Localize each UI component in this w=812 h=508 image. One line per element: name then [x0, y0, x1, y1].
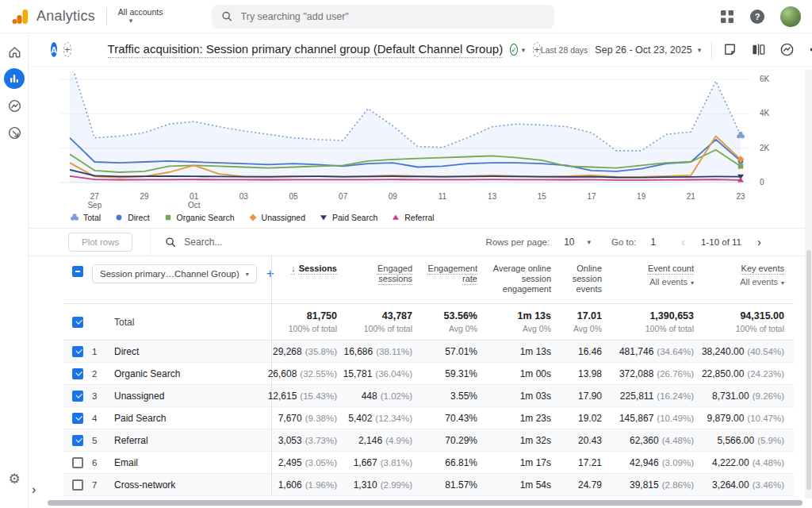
search-input[interactable]	[241, 11, 546, 22]
goto-page-input[interactable]: 1	[650, 237, 656, 248]
apps-grid-icon[interactable]	[720, 10, 734, 24]
dimension-dropdown[interactable]: Session primary…Channel Group) ▾	[92, 264, 257, 283]
next-page-icon[interactable]: ›	[754, 237, 764, 248]
table-search[interactable]: Search...	[165, 237, 485, 248]
channel-name: Direct	[114, 346, 271, 357]
cell-avg-online-session-engagement: 1m 13s	[487, 341, 561, 362]
insights-icon[interactable]	[779, 42, 795, 57]
cell-value: 2,146	[358, 435, 382, 446]
cell-key-events: 5,566.00(5.9%)	[703, 429, 794, 451]
row-checkbox[interactable]	[72, 479, 83, 491]
cell-value: 1m 03s	[520, 391, 551, 402]
total-value: 81,750	[307, 310, 337, 321]
settings-gear-icon[interactable]: ⚙	[0, 471, 29, 487]
cell-value: 13.98	[578, 368, 602, 379]
cell-key-events: 22,850.00(24.23%)	[703, 363, 794, 384]
cell-value: 12,615	[268, 391, 297, 402]
reports-active-pill	[4, 68, 25, 89]
global-search[interactable]	[212, 5, 554, 29]
divider	[106, 8, 107, 25]
total-row-checkbox[interactable]	[72, 317, 83, 328]
cell-engagement-rate: 70.43%	[422, 407, 487, 429]
column-header-engagement-rate[interactable]: Engagement rate	[422, 256, 487, 303]
legend-circle-marker-icon	[114, 213, 124, 222]
date-range-selector[interactable]: Sep 26 - Oct 23, 2025 ▾	[595, 44, 701, 56]
row-checkbox[interactable]	[72, 391, 83, 402]
compare-icon[interactable]	[751, 42, 766, 57]
column-filter-dropdown[interactable]: All events▾	[740, 277, 784, 288]
cell-percent: (12.34%)	[375, 414, 412, 423]
vertical-scrollbar-thumb[interactable]	[806, 250, 811, 490]
horizontal-scrollbar-thumb[interactable]	[48, 500, 802, 506]
prev-page-icon[interactable]: ‹	[678, 237, 688, 248]
row-checkbox[interactable]	[72, 413, 83, 424]
column-header-avg-online-session-engagement[interactable]: Average online session engagement	[487, 256, 561, 303]
account-switcher[interactable]: All accounts ▾	[118, 8, 163, 25]
row-checkbox[interactable]	[72, 346, 83, 357]
help-icon[interactable]: ?	[750, 10, 764, 24]
column-header-online-session-events[interactable]: Online session events	[561, 256, 611, 303]
chevron-down-icon: ▾	[698, 46, 702, 54]
select-all-checkbox[interactable]	[72, 266, 83, 277]
plot-rows-button[interactable]: Plot rows	[68, 233, 132, 252]
date-range-value: Sep 26 - Oct 23, 2025	[595, 44, 691, 56]
row-checkbox[interactable]	[72, 457, 83, 468]
add-comparison-button[interactable]: +	[63, 42, 71, 57]
chevron-down-icon[interactable]: ▾	[588, 238, 592, 246]
sort-desc-icon: ↓	[291, 264, 296, 273]
column-header-event-count[interactable]: Event countAll events▾	[611, 256, 703, 303]
column-filter-dropdown[interactable]: All events▾	[649, 277, 694, 288]
column-header-engaged-sessions[interactable]: Engaged sessions	[347, 256, 422, 303]
cell-value: 38,240.00	[702, 346, 744, 357]
sidebar-item-home[interactable]	[0, 38, 29, 65]
nav-rail: ⚙	[0, 33, 29, 508]
cell-value: 145,867	[619, 413, 653, 424]
x-axis: 27Sep2901Oct0305070911131517192123	[60, 190, 750, 210]
cell-percent: (5.9%)	[757, 436, 784, 445]
row-checkbox-cell	[63, 452, 92, 473]
cell-percent: (24.23%)	[747, 369, 784, 379]
rows-per-page-value[interactable]: 10	[564, 237, 574, 248]
cell-value: 16.46	[578, 346, 602, 357]
cell-value: 16,686	[343, 346, 373, 357]
x-axis-label: 15	[528, 192, 555, 201]
row-index: 6	[92, 458, 114, 468]
main-content: 6K4K2K0 27Sep2901Oct03050709111315171921…	[29, 67, 812, 508]
x-axis-label: 19	[628, 192, 655, 201]
channel-name: Email	[114, 457, 271, 468]
variant-a-badge[interactable]: A	[51, 42, 57, 57]
column-header-sessions[interactable]: ↓Sessions	[271, 256, 347, 303]
column-header-key-events[interactable]: Key eventsAll events▾	[703, 256, 794, 303]
cell-percent: (9.38%)	[305, 414, 337, 423]
cell-value: 81.57%	[445, 479, 477, 491]
cell-percent: (2.86%)	[662, 480, 694, 490]
cell-value: 5,402	[348, 413, 372, 424]
cell-value: 4,222.00	[712, 457, 749, 468]
title-caret-icon[interactable]: ▾	[522, 46, 526, 54]
report-title[interactable]: Traffic acquisition: Session primary cha…	[108, 42, 504, 58]
user-avatar[interactable]	[780, 6, 801, 27]
row-checkbox[interactable]	[72, 368, 83, 379]
expand-nav-chevron[interactable]: ›	[32, 483, 36, 497]
cell-value: 29,268	[273, 346, 302, 357]
note-icon[interactable]	[722, 42, 737, 57]
row-checkbox[interactable]	[72, 435, 83, 446]
analytics-logo[interactable]: Analytics	[0, 7, 95, 26]
variant-letter: A	[51, 45, 57, 55]
cell-value: 3.55%	[450, 391, 477, 402]
cell-percent: (38.11%)	[376, 347, 412, 356]
x-axis-label: 29	[131, 192, 158, 201]
cell-value: 3,264.00	[712, 479, 749, 491]
total-value: 53.56%	[444, 310, 477, 321]
sidebar-item-reports[interactable]	[0, 65, 29, 92]
total-value: 94,315.00	[740, 310, 784, 321]
cell-value: 26,608	[268, 368, 297, 379]
cell-key-events: 9,879.00(10.47%)	[703, 407, 794, 429]
share-icon[interactable]	[808, 42, 812, 57]
sidebar-item-explore[interactable]	[0, 92, 29, 119]
add-report-button[interactable]: +	[533, 42, 541, 57]
sidebar-item-advertising[interactable]	[0, 119, 29, 146]
y-axis-label: 0	[760, 178, 764, 187]
check-glyph: ✓	[511, 46, 517, 54]
cell-value: 481,746	[619, 346, 653, 357]
